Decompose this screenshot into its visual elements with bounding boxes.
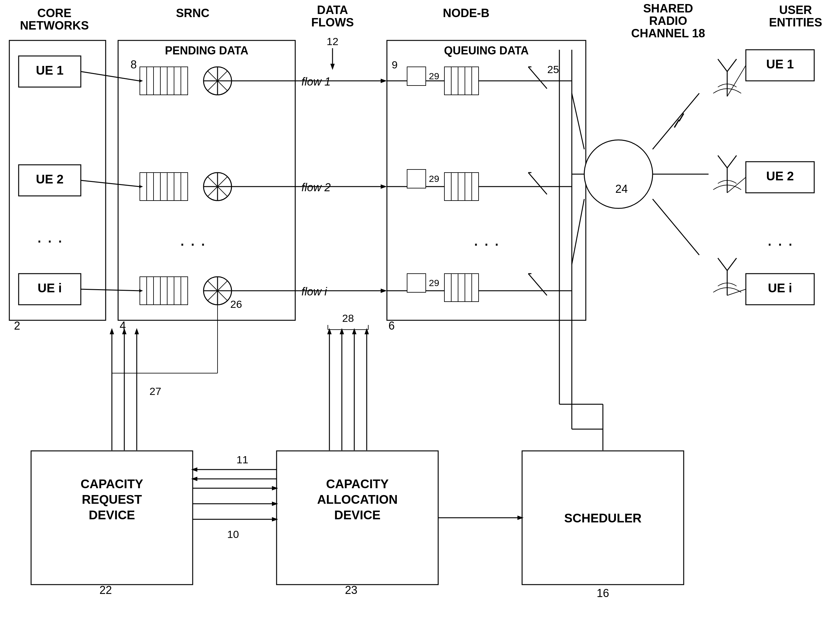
shared-radio-label2: RADIO xyxy=(649,14,687,27)
num11-label: 11 xyxy=(237,454,248,465)
box29b xyxy=(407,169,426,188)
cap-req-label2: REQUEST xyxy=(82,492,142,506)
svg-rect-29 xyxy=(181,277,188,305)
num12-label: 12 xyxy=(327,35,338,47)
combiner24 xyxy=(584,140,653,208)
svg-rect-63 xyxy=(451,274,458,302)
num24-label: 24 xyxy=(615,182,628,195)
num6-label: 6 xyxy=(388,319,395,332)
num29b-label: 29 xyxy=(429,174,439,184)
svg-rect-52 xyxy=(472,67,478,95)
core-networks-label: CORE xyxy=(37,6,71,20)
svg-rect-24 xyxy=(147,277,153,305)
ue1-core-label: UE 1 xyxy=(36,63,64,77)
num28-label: 28 xyxy=(342,312,354,324)
svg-rect-2 xyxy=(147,67,153,95)
scheduler-label: SCHEDULER xyxy=(564,511,642,525)
num8-label: 8 xyxy=(131,58,137,71)
svg-rect-51 xyxy=(465,67,472,95)
queue2 xyxy=(140,173,188,201)
svg-rect-62 xyxy=(444,274,451,302)
svg-rect-16 xyxy=(167,173,174,201)
num22-label: 22 xyxy=(99,584,112,597)
svg-rect-13 xyxy=(147,173,153,201)
nodeb-queue1 xyxy=(444,67,478,95)
svg-rect-7 xyxy=(181,67,188,95)
svg-rect-57 xyxy=(458,173,465,201)
svg-rect-4 xyxy=(160,67,167,95)
srnc-label: SRNC xyxy=(176,6,210,20)
num29a-label: 29 xyxy=(429,71,439,81)
num2-label: 2 xyxy=(14,319,20,332)
core-dots: . . . xyxy=(37,226,62,247)
num29c-label: 29 xyxy=(429,278,439,288)
user-entities-label2: ENTITIES xyxy=(769,16,822,29)
nodeb-queuei xyxy=(444,274,478,302)
cap-alloc-label3: DEVICE xyxy=(335,508,381,522)
svg-rect-18 xyxy=(181,173,188,201)
num10-label: 10 xyxy=(227,528,239,540)
cap-alloc-label1: CAPACITY xyxy=(326,477,389,491)
core-networks-label2: NETWORKS xyxy=(20,19,89,32)
svg-rect-56 xyxy=(451,173,458,201)
nodeb-dots: . . . xyxy=(473,229,499,250)
svg-rect-27 xyxy=(167,277,174,305)
svg-rect-5 xyxy=(167,67,174,95)
uei-right-label: UE i xyxy=(768,281,792,295)
cap-req-label1: CAPACITY xyxy=(81,477,143,491)
ue-right-dots: . . . xyxy=(767,229,793,250)
queuei xyxy=(140,277,188,305)
flow1-label: flow 1 xyxy=(302,75,331,88)
ue2-core-label: UE 2 xyxy=(36,172,64,186)
svg-rect-3 xyxy=(153,67,160,95)
uei-core-label: UE i xyxy=(38,281,62,295)
svg-rect-25 xyxy=(153,277,160,305)
shared-radio-label: SHARED xyxy=(643,2,693,15)
queuing-data-label: QUEUING DATA xyxy=(444,44,529,57)
svg-rect-65 xyxy=(465,274,472,302)
svg-rect-55 xyxy=(444,173,451,201)
srnc-dots: . . . xyxy=(180,229,205,250)
svg-rect-58 xyxy=(465,173,472,201)
svg-rect-15 xyxy=(160,173,167,201)
cap-alloc-label2: ALLOCATION xyxy=(317,492,398,506)
svg-rect-28 xyxy=(174,277,181,305)
svg-rect-50 xyxy=(458,67,465,95)
num26-label: 26 xyxy=(230,298,242,310)
shared-radio-label3: CHANNEL 18 xyxy=(631,27,705,40)
svg-rect-17 xyxy=(174,173,181,201)
pending-data-label: PENDING DATA xyxy=(165,44,249,57)
num9-label: 9 xyxy=(392,59,398,71)
svg-rect-49 xyxy=(451,67,458,95)
box29c xyxy=(407,274,426,292)
queue1 xyxy=(140,67,188,95)
box29a xyxy=(407,67,426,85)
num27-label: 27 xyxy=(150,385,161,397)
data-flows-label2: FLOWS xyxy=(311,16,354,29)
ue2-right-label: UE 2 xyxy=(766,169,794,183)
ue1-right-label: UE 1 xyxy=(766,57,794,71)
num23-label: 23 xyxy=(345,584,357,597)
svg-rect-66 xyxy=(472,274,478,302)
num25-label: 25 xyxy=(547,63,559,75)
svg-rect-26 xyxy=(160,277,167,305)
svg-rect-14 xyxy=(153,173,160,201)
node-b-label: NODE-B xyxy=(443,6,489,20)
flowi-label: flow i xyxy=(302,285,327,298)
svg-rect-59 xyxy=(472,173,478,201)
nodeb-queue2 xyxy=(444,173,478,201)
svg-rect-64 xyxy=(458,274,465,302)
svg-rect-48 xyxy=(444,67,451,95)
svg-rect-6 xyxy=(174,67,181,95)
flow2-label: flow 2 xyxy=(302,181,331,194)
data-flows-label: DATA xyxy=(317,3,348,16)
cap-req-label3: DEVICE xyxy=(89,508,135,522)
num16-label: 16 xyxy=(597,587,609,600)
user-entities-label: USER xyxy=(779,3,812,16)
